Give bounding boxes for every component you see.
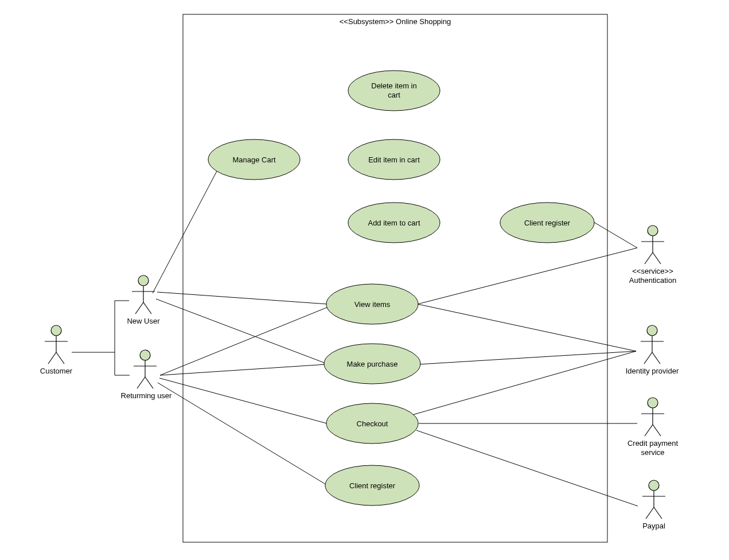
svg-line-23 xyxy=(56,352,64,364)
assoc-checkout-identity xyxy=(408,351,636,416)
customer-generalization-tree xyxy=(72,301,130,375)
actor-new-user: New User xyxy=(127,275,160,325)
svg-line-61 xyxy=(654,507,662,519)
assoc-clientregister-authentication xyxy=(594,222,637,248)
svg-point-19 xyxy=(51,325,61,336)
svg-line-22 xyxy=(48,352,56,364)
svg-text:Checkout: Checkout xyxy=(357,419,388,428)
usecase-manage-cart: Manage Cart xyxy=(208,139,300,180)
usecase-delete-item: Delete item in cart xyxy=(348,71,440,111)
svg-point-57 xyxy=(649,480,659,491)
assoc-viewitems-identity xyxy=(418,304,636,351)
svg-text:Client register: Client register xyxy=(524,219,571,227)
svg-line-40 xyxy=(645,252,653,264)
svg-line-28 xyxy=(135,302,143,314)
svg-line-60 xyxy=(646,507,654,519)
svg-text:cart: cart xyxy=(388,91,400,99)
svg-line-34 xyxy=(137,377,145,388)
actor-customer: Customer xyxy=(40,325,73,375)
svg-text:Delete item in: Delete item in xyxy=(371,81,416,90)
svg-text:View items: View items xyxy=(354,300,391,309)
usecase-client-register-bottom: Client register xyxy=(325,465,419,505)
assoc-newuser-makepurchase xyxy=(156,299,327,364)
assoc-viewitems-authentication xyxy=(418,248,637,304)
svg-line-41 xyxy=(653,252,661,264)
svg-line-35 xyxy=(145,377,153,388)
assoc-makepurchase-identity xyxy=(419,351,636,364)
actor-authentication: <<service>> Authentication xyxy=(629,225,676,285)
svg-point-44 xyxy=(647,325,657,336)
usecase-add-item: Add item to cart xyxy=(348,203,440,243)
usecase-edit-item: Edit item in cart xyxy=(348,139,440,180)
svg-text:Identity provider: Identity provider xyxy=(626,367,679,375)
actor-credit-payment: Credit payment service xyxy=(627,398,679,457)
svg-text:<<service>>: <<service>> xyxy=(632,267,673,275)
svg-text:Paypal: Paypal xyxy=(642,522,665,530)
usecase-view-items: View items xyxy=(326,284,418,324)
svg-text:Authentication: Authentication xyxy=(629,276,676,285)
svg-text:Edit item in cart: Edit item in cart xyxy=(368,155,420,164)
svg-text:Make purchase: Make purchase xyxy=(347,360,398,368)
svg-point-37 xyxy=(648,225,658,236)
usecase-make-purchase: Make purchase xyxy=(324,344,420,384)
assoc-returning-viewitems xyxy=(160,306,331,375)
svg-text:Manage Cart: Manage Cart xyxy=(232,155,276,164)
svg-text:Client register: Client register xyxy=(349,481,396,490)
subsystem-title: <<Subsystem>> Online Shopping xyxy=(340,17,451,26)
svg-point-31 xyxy=(140,350,150,360)
svg-line-53 xyxy=(645,425,653,436)
usecase-checkout: Checkout xyxy=(326,403,418,444)
svg-text:Add item to cart: Add item to cart xyxy=(368,219,420,227)
usecase-client-register-top: Client register xyxy=(500,203,594,243)
actor-identity-provider: Identity provider xyxy=(626,325,679,375)
svg-text:New User: New User xyxy=(127,317,160,325)
svg-text:Returming user: Returming user xyxy=(121,391,173,400)
svg-text:Credit payment: Credit payment xyxy=(627,439,679,448)
svg-text:service: service xyxy=(641,448,664,457)
actor-paypal: Paypal xyxy=(642,480,665,530)
svg-line-54 xyxy=(653,425,661,436)
svg-point-25 xyxy=(138,275,149,286)
uml-use-case-diagram: <<Subsystem>> Online Shopping Manage Car… xyxy=(0,0,729,560)
assoc-newuser-managecart xyxy=(153,164,221,293)
svg-point-50 xyxy=(648,398,658,408)
svg-line-29 xyxy=(143,302,151,314)
svg-text:Customer: Customer xyxy=(40,367,73,375)
svg-line-48 xyxy=(652,352,660,364)
assoc-returning-checkout xyxy=(159,378,327,423)
svg-line-47 xyxy=(644,352,652,364)
assoc-returning-makepurchase xyxy=(160,364,326,375)
assoc-checkout-paypal xyxy=(416,430,638,506)
